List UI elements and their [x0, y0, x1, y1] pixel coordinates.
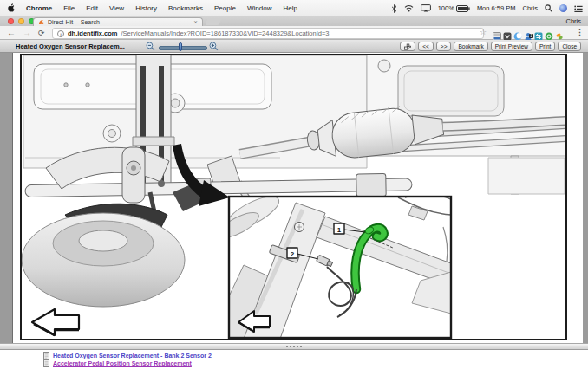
menu-item-people[interactable]: People	[214, 4, 236, 12]
screen: Chrome File Edit View History Bookmarks …	[0, 0, 588, 369]
menu-item-view[interactable]: View	[109, 4, 124, 12]
viewer-toolbar: Heated Oxygen Sensor Replacem... << >> B…	[0, 40, 588, 53]
zoom-slider-thumb[interactable]	[179, 42, 182, 51]
url-host: dh.identifix.com	[68, 29, 118, 37]
print-button[interactable]: Print	[535, 42, 555, 51]
extension-green-circle-icon[interactable]	[545, 29, 553, 37]
page-forward-button[interactable]: >>	[436, 42, 452, 51]
extension-crescent-icon[interactable]	[513, 29, 522, 37]
svg-text:2: 2	[291, 250, 295, 258]
document-page: 1 2	[12, 53, 583, 343]
extensions-row: 1	[493, 29, 564, 37]
page-info-icon[interactable]: i	[57, 30, 64, 37]
zoom-in-icon[interactable]	[209, 39, 219, 55]
menu-item-help[interactable]: Help	[283, 4, 297, 12]
extension-sync-icon[interactable]	[534, 29, 543, 37]
menu-item-history[interactable]: History	[135, 4, 157, 12]
profile-name[interactable]: Chris	[565, 17, 581, 25]
page-back-button[interactable]: <<	[418, 42, 434, 51]
link-accelerator-pedal-sensor[interactable]: Accelerator Pedal Position Sensor Replac…	[53, 360, 192, 366]
related-links-panel: Heated Oxygen Sensor Replacement - Bank …	[0, 350, 588, 369]
extension-window-icon[interactable]	[493, 29, 501, 37]
tab-favicon	[38, 19, 44, 25]
tab-title: Direct-Hit -- Search	[48, 19, 190, 25]
browser-toolbar: ← → ⟳ i dh.identifix.com/ServiceManuals/…	[0, 26, 588, 40]
new-tab-button[interactable]	[205, 18, 221, 25]
battery-percent-label: 100%	[438, 4, 454, 12]
tab-close-icon[interactable]: ×	[193, 19, 198, 25]
macos-menu-bar: Chrome File Edit View History Bookmarks …	[0, 0, 588, 16]
pane-splitter[interactable]	[0, 343, 588, 350]
inset-detail: 1 2	[209, 190, 451, 339]
zoom-slider[interactable]	[159, 42, 206, 51]
viewer-buttons: << >> Bookmark Print Preview Print Close	[400, 42, 581, 51]
battery-icon	[456, 5, 470, 12]
link-heated-oxygen-sensor[interactable]: Heated Oxygen Sensor Replacement - Bank …	[53, 353, 212, 359]
bluetooth-icon[interactable]	[391, 4, 397, 13]
battery-indicator[interactable]: 100%	[438, 4, 470, 12]
print-preview-button[interactable]: Print Preview	[491, 42, 532, 51]
display-mirroring-icon[interactable]	[421, 4, 431, 12]
document-icon	[43, 352, 49, 359]
svg-text:1: 1	[337, 226, 342, 234]
viewer-canvas: 1 2	[0, 53, 588, 343]
spotlight-search-icon[interactable]	[545, 4, 552, 12]
menu-bar-clock[interactable]: Mon 6:59 PM	[477, 4, 516, 12]
apple-menu[interactable]	[7, 3, 15, 14]
zoom-controls	[146, 41, 219, 52]
window-close-button[interactable]	[8, 18, 14, 24]
fit-to-window-button[interactable]	[400, 42, 415, 51]
wifi-icon[interactable]	[404, 4, 414, 12]
zoom-out-icon[interactable]	[146, 39, 155, 55]
menu-item-edit[interactable]: Edit	[86, 4, 98, 12]
browser-tab[interactable]: Direct-Hit -- Search ×	[33, 17, 203, 26]
window-minimize-button[interactable]	[18, 18, 24, 24]
tab-strip: Direct-Hit -- Search × Chris	[0, 16, 588, 26]
menu-item-file[interactable]: File	[63, 4, 75, 12]
url-path: /ServiceManuals/Index?ROID=186187330&VID…	[121, 29, 330, 37]
fuel-tank	[398, 66, 504, 116]
notification-center-icon[interactable]	[574, 5, 583, 12]
forward-button[interactable]: →	[23, 27, 31, 39]
link-row: Accelerator Pedal Position Sensor Replac…	[43, 359, 192, 367]
extension-badge: 1	[529, 34, 533, 38]
close-button[interactable]: Close	[558, 42, 581, 51]
link-row: Heated Oxygen Sensor Replacement - Bank …	[43, 352, 212, 359]
url-field[interactable]: i dh.identifix.com/ServiceManuals/Index?…	[52, 28, 484, 39]
bookmark-button[interactable]: Bookmark	[454, 42, 487, 51]
zoom-slider-track[interactable]	[159, 46, 207, 50]
tire	[22, 213, 185, 307]
document-title: Heated Oxygen Sensor Replacem...	[16, 42, 125, 50]
back-button[interactable]: ←	[7, 27, 16, 39]
siri-icon[interactable]	[559, 4, 567, 12]
document-icon	[43, 359, 49, 367]
menu-bar-user[interactable]: Chris	[522, 4, 538, 12]
browser-menu-icon[interactable]: ⋮	[576, 28, 584, 36]
extension-lock-icon[interactable]: 1	[524, 29, 532, 37]
fit-icon	[404, 43, 411, 50]
apple-icon	[7, 3, 15, 12]
bookmark-star-icon[interactable]: ☆	[480, 28, 487, 36]
menu-item-window[interactable]: Window	[247, 4, 271, 12]
extension-paw-icon[interactable]	[555, 29, 564, 37]
reload-button[interactable]: ⟳	[38, 27, 45, 39]
underbody-figure: 1 2	[20, 54, 567, 340]
menu-item-chrome[interactable]: Chrome	[26, 4, 52, 12]
extension-shield-icon[interactable]	[503, 29, 512, 37]
menu-item-bookmarks[interactable]: Bookmarks	[168, 4, 203, 12]
